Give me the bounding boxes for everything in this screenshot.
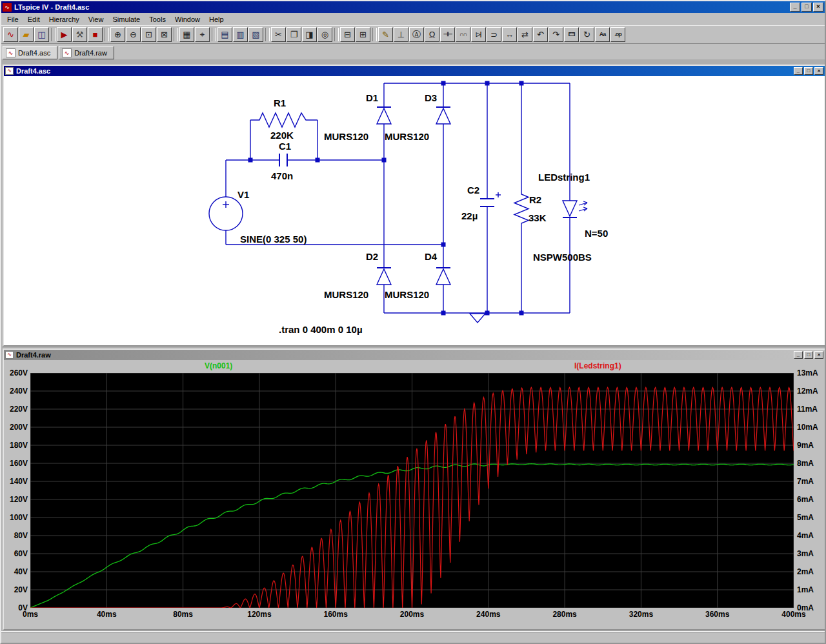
draft4-raw-tab-icon: ∿ — [62, 48, 72, 57]
toolbar-tile-vertical-button[interactable]: ▥ — [233, 27, 248, 42]
toolbar-separator — [265, 28, 270, 41]
toolbar-new-schematic-button[interactable]: ∿ — [3, 27, 18, 42]
tile-horizontal-icon: ▤ — [221, 30, 228, 39]
toolbar-place-diode-button[interactable]: ▷| — [471, 27, 486, 42]
toolbar-find-button[interactable]: ◎ — [317, 27, 332, 42]
junction-node — [485, 81, 490, 86]
toolbar-print-button[interactable]: ⊟ — [340, 27, 355, 42]
schematic-label: NSPW500BS — [533, 252, 592, 263]
schematic-label: D1 — [366, 92, 378, 103]
y-left-tick-label: 120V — [4, 495, 28, 504]
toolbar-cut-button[interactable]: ✂ — [271, 27, 286, 42]
toolbar-print-preview-button[interactable]: ⊞ — [356, 27, 370, 42]
trace-legend: V(n001)I(Ledstring1) — [4, 360, 825, 372]
cut-icon: ✂ — [275, 30, 282, 39]
toolbar-paste-button[interactable]: ◨ — [302, 27, 317, 42]
junction-node — [316, 158, 320, 163]
schematic-label: LEDstring1 — [538, 172, 590, 183]
toolbar-place-label-button[interactable]: Ⓐ — [409, 27, 424, 42]
toolbar-copy-button[interactable]: ❐ — [287, 27, 301, 42]
toolbar-drag-button[interactable]: ⇄ — [518, 27, 532, 42]
toolbar-zoom-fit-button[interactable]: ⊠ — [157, 27, 172, 42]
toolbar-control-panel-button[interactable]: ⚒ — [72, 27, 87, 42]
junction-node — [441, 243, 446, 247]
toolbar-place-ground-button[interactable]: ⊥ — [394, 27, 408, 42]
tab-bar: ∿Draft4.asc∿Draft4.raw — [1, 44, 825, 59]
toolbar-zoom-area-button[interactable]: ⊡ — [141, 27, 156, 42]
schematic-canvas[interactable]: R1220KC1470nV1SINE(0 325 50)D1D3MURS120M… — [4, 76, 825, 345]
toolbar-place-resistor-button[interactable]: Ω — [425, 27, 439, 42]
schematic-window-titlebar[interactable]: ∿ Draft4.asc _ □ × — [4, 66, 825, 76]
toolbar-redo-button[interactable]: ↷ — [549, 27, 563, 42]
y-left-tick-label: 40V — [4, 567, 28, 576]
toolbar-rotate-button[interactable]: ↻ — [579, 27, 594, 42]
schematic-drawing[interactable]: R1220KC1470nV1SINE(0 325 50)D1D3MURS120M… — [4, 76, 825, 345]
schematic-close-button[interactable]: × — [814, 67, 823, 75]
toolbar-place-inductor-button[interactable]: ∩∩ — [456, 27, 470, 42]
spice-directive-icon: .op — [614, 30, 621, 39]
diode-d3 — [436, 108, 450, 124]
zoom-fit-icon: ⊠ — [161, 30, 168, 39]
tab-draft4.raw[interactable]: ∿Draft4.raw — [59, 46, 114, 59]
toolbar-tile-horizontal-button[interactable]: ▤ — [217, 27, 232, 42]
legend-i-ledstring1[interactable]: I(Ledstring1) — [574, 361, 621, 370]
schematic-window-icon[interactable]: ∿ — [5, 67, 14, 75]
menu-help[interactable]: Help — [205, 14, 228, 25]
waveform-maximize-button[interactable]: □ — [804, 351, 813, 359]
menu-hierarchy[interactable]: Hierarchy — [45, 14, 84, 25]
toolbar-run-simulation-button[interactable]: ▶ — [57, 27, 72, 42]
close-button[interactable]: × — [813, 3, 823, 12]
save-icon: ◫ — [37, 30, 45, 39]
schematic-label: 220K — [270, 130, 294, 141]
menu-edit[interactable]: Edit — [23, 14, 45, 25]
menu-tools[interactable]: Tools — [145, 14, 170, 25]
junction-node — [519, 311, 524, 316]
maximize-button[interactable]: □ — [801, 3, 812, 12]
tab-draft4.asc[interactable]: ∿Draft4.asc — [3, 46, 57, 59]
toolbar-zoom-in-button[interactable]: ⊕ — [110, 27, 125, 42]
x-tick-label: 120ms — [239, 610, 280, 619]
y-right-tick-label: 9mA — [797, 441, 814, 450]
toolbar-move-button[interactable]: ↔ — [502, 27, 517, 42]
menu-simulate[interactable]: Simulate — [108, 14, 145, 25]
minimize-button[interactable]: _ — [790, 3, 800, 12]
main-window-title: LTspice IV - Draft4.asc — [14, 3, 789, 11]
toolbar: ∿▰◫▶⚒■⊕⊖⊡⊠▦⌖▤▥▧✂❐◨◎⊟⊞✎⊥ⒶΩ⊣⊢∩∩▷|⊃↔⇄↶↷EƎ↻A… — [1, 25, 825, 44]
app-icon[interactable]: ∿ — [3, 3, 12, 12]
toolbar-grid-toggle-button[interactable]: ▦ — [179, 27, 194, 42]
toolbar-place-capacitor-button[interactable]: ⊣⊢ — [440, 27, 455, 42]
toolbar-place-component-button[interactable]: ⊃ — [487, 27, 501, 42]
menu-view[interactable]: View — [84, 14, 108, 25]
legend-v-n001[interactable]: V(n001) — [205, 361, 232, 370]
schematic-maximize-button[interactable]: □ — [804, 67, 813, 75]
waveform-minimize-button[interactable]: _ — [794, 351, 803, 359]
waveform-close-button[interactable]: × — [814, 351, 823, 359]
y-right-tick-label: 2mA — [797, 567, 814, 576]
y-right-tick-label: 10mA — [797, 423, 818, 432]
toolbar-pan-button[interactable]: ⌖ — [195, 27, 210, 42]
toolbar-open-file-button[interactable]: ▰ — [19, 27, 34, 42]
waveform-client: V(n001)I(Ledstring1) 0V20V40V60V80V100V1… — [4, 360, 825, 629]
toolbar-undo-button[interactable]: ↶ — [533, 27, 548, 42]
schematic-label: MURS120 — [324, 289, 368, 300]
menu-file[interactable]: File — [3, 14, 23, 25]
toolbar-cascade-windows-button[interactable]: ▧ — [248, 27, 263, 42]
toolbar-spice-directive-button[interactable]: .op — [610, 27, 625, 42]
main-titlebar[interactable]: ∿ LTspice IV - Draft4.asc _ □ × — [1, 1, 825, 13]
toolbar-text-button[interactable]: Aa — [595, 27, 610, 42]
waveform-window-titlebar[interactable]: ∿ Draft4.raw _ □ × — [4, 350, 825, 360]
print-icon: ⊟ — [344, 30, 351, 39]
waveform-plot[interactable] — [30, 373, 794, 608]
toolbar-draw-wire-button[interactable]: ✎ — [378, 27, 393, 42]
toolbar-mirror-button[interactable]: EƎ — [564, 27, 579, 42]
menu-window[interactable]: Window — [170, 14, 205, 25]
schematic-geometry: R1220KC1470nV1SINE(0 325 50)D1D3MURS120M… — [209, 81, 608, 336]
schematic-minimize-button[interactable]: _ — [794, 67, 803, 75]
toolbar-save-button[interactable]: ◫ — [34, 27, 49, 42]
tile-vertical-icon: ▥ — [236, 30, 244, 39]
waveform-window-icon[interactable]: ∿ — [5, 351, 14, 359]
y-right-tick-label: 5mA — [797, 513, 814, 522]
plot-area[interactable]: 0V20V40V60V80V100V120V140V160V180V200V22… — [4, 372, 825, 629]
toolbar-halt-simulation-button[interactable]: ■ — [88, 27, 103, 42]
toolbar-zoom-out-button[interactable]: ⊖ — [126, 27, 141, 42]
